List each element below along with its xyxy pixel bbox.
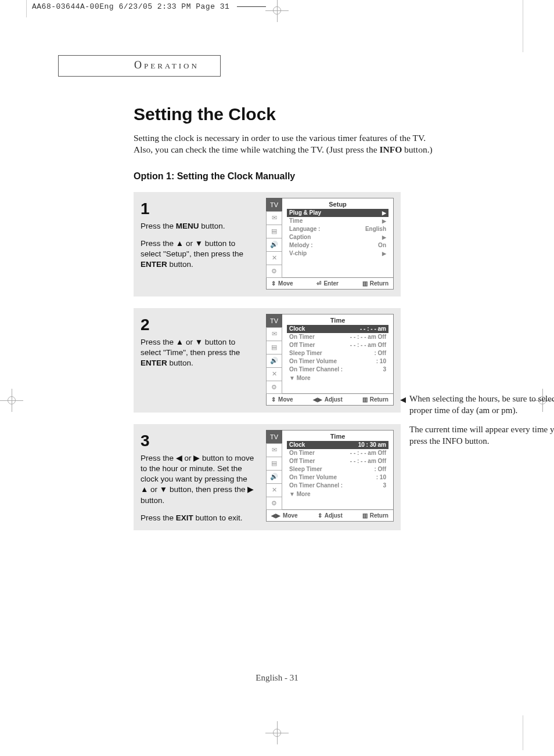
osd-row-clock: Clock10 : 30 am (287, 441, 388, 449)
return-icon: ▥ (362, 396, 368, 403)
print-job-text: AA68-03644A-00Eng 6/23/05 2:33 PM Page 3… (32, 2, 229, 11)
print-job-header: AA68-03644A-00Eng 6/23/05 2:33 PM Page 3… (32, 2, 268, 11)
osd-row-melody: Melody :On (287, 241, 388, 249)
osd-row-on-timer-volume: On Timer Volume: 10 (287, 473, 388, 482)
intro-line-2c: button.) (402, 144, 433, 154)
osd-tab-tv: TV (266, 430, 282, 443)
osd-tab-sound-icon: 🔊 (266, 470, 282, 483)
enter-icon: ⏎ (316, 280, 321, 287)
osd-tab-setup-icon: ⚙ (266, 265, 282, 278)
registration-mark-top (265, 0, 289, 22)
osd-row-plug-play: Plug & Play▶ (287, 209, 388, 217)
registration-mark-left (0, 389, 23, 412)
osd-tab-input-icon: ✉ (266, 443, 282, 457)
move-icon: ⇕ (271, 280, 276, 287)
osd-category-tabs: TV ✉ ▤ 🔊 ✕ ⚙ (266, 198, 282, 278)
osd-row-sleep-timer: Sleep Timer: Off (287, 349, 388, 357)
move-icon: ⇕ (271, 396, 276, 403)
osd-row-on-timer-channel: On Timer Channel :3 (287, 482, 388, 490)
step-block-1: 1 Press the MENU button. Press the ▲ or … (134, 192, 401, 296)
step-number: 3 (141, 430, 256, 452)
option-heading: Option 1: Setting the Clock Manually (134, 171, 523, 182)
osd-tab-setup-icon: ⚙ (266, 381, 282, 394)
osd-row-vchip: V-chip▶ (287, 249, 388, 258)
note-paragraph-2: The current time will appear every time … (409, 424, 554, 447)
osd-tab-input-icon: ✉ (266, 327, 282, 341)
step-1-text: 1 Press the MENU button. Press the ▲ or … (141, 198, 256, 270)
step-3-text: 3 Press the ◀ or ▶ button to move to the… (141, 430, 256, 523)
step-number: 1 (141, 198, 256, 220)
intro-line-2a: Also, you can check the time while watch… (134, 144, 379, 154)
osd-tab-channel-icon: ✕ (266, 367, 282, 381)
osd-tab-input-icon: ✉ (266, 211, 282, 225)
osd-row-sleep-timer: Sleep Timer: Off (287, 465, 388, 473)
section-label: Operation (134, 59, 199, 71)
page-title: Setting the Clock (134, 104, 523, 124)
osd-category-tabs: TV ✉ ▤ 🔊 ✕ ⚙ (266, 430, 282, 510)
osd-footer: ⇕Move ◀▶Adjust ▥Return (266, 394, 394, 406)
intro-line-1: Setting the clock is necessary in order … (134, 133, 426, 143)
osd-tab-picture-icon: ▤ (266, 457, 282, 470)
osd-screenshot-setup: TV ✉ ▤ 🔊 ✕ ⚙ Setup Plug & Play▶ Time▶ La… (266, 198, 394, 290)
osd-tab-tv: TV (266, 314, 282, 327)
page-footer: English - 31 (0, 673, 554, 683)
osd-title: Setup (282, 198, 393, 209)
osd-tab-tv: TV (266, 198, 282, 211)
osd-tab-picture-icon: ▤ (266, 341, 282, 354)
osd-tab-channel-icon: ✕ (266, 483, 282, 497)
osd-row-off-timer: Off Timer- - : - - am Off (287, 457, 388, 465)
intro-paragraph: Setting the clock is necessary in order … (134, 132, 459, 156)
return-icon: ▥ (362, 280, 368, 287)
crop-line (523, 715, 523, 750)
side-note: ◀ When selecting the hours, be sure to s… (409, 393, 554, 455)
triangle-left-icon: ◀ (400, 395, 406, 405)
osd-more: ▼ More (287, 490, 388, 498)
osd-row-on-timer-channel: On Timer Channel :3 (287, 366, 388, 374)
step-number: 2 (141, 314, 256, 336)
return-icon: ▥ (362, 512, 368, 519)
step-block-2: 2 Press the ▲ or ▼ button to select "Tim… (134, 308, 401, 413)
osd-row-clock: Clock- - : - - am (287, 325, 388, 333)
intro-info-bold: INFO (379, 144, 402, 154)
osd-row-on-timer-volume: On Timer Volume: 10 (287, 357, 388, 366)
adjust-icon: ⇕ (318, 512, 322, 519)
osd-tab-sound-icon: 🔊 (266, 354, 282, 367)
osd-title: Time (282, 431, 393, 441)
adjust-icon: ◀▶ (313, 396, 322, 403)
registration-mark-bottom (265, 721, 289, 744)
osd-category-tabs: TV ✉ ▤ 🔊 ✕ ⚙ (266, 314, 282, 394)
osd-list: Plug & Play▶ Time▶ Language :English Cap… (282, 209, 393, 261)
osd-row-time: Time▶ (287, 217, 388, 225)
crop-line (26, 0, 27, 17)
osd-row-caption: Caption▶ (287, 233, 388, 241)
osd-footer: ◀▶Move ⇕Adjust ▥Return (266, 510, 394, 522)
osd-list: Clock10 : 30 am On Timer- - : - - am Off… (282, 441, 393, 502)
osd-footer: ⇕Move ⏎Enter ▥Return (266, 278, 394, 290)
osd-tab-sound-icon: 🔊 (266, 238, 282, 251)
crop-line (523, 0, 523, 52)
move-icon: ◀▶ (271, 512, 280, 519)
osd-title: Time (282, 314, 393, 325)
osd-list: Clock- - : - - am On Timer- - : - - am O… (282, 325, 393, 386)
osd-row-on-timer: On Timer- - : - - am Off (287, 333, 388, 341)
osd-tab-picture-icon: ▤ (266, 225, 282, 238)
step-block-3: 3 Press the ◀ or ▶ button to move to the… (134, 424, 401, 530)
osd-screenshot-time-set: TV ✉ ▤ 🔊 ✕ ⚙ Time Clock10 : 30 am On Tim… (266, 430, 394, 522)
osd-row-off-timer: Off Timer- - : - - am Off (287, 341, 388, 349)
note-paragraph-1: When selecting the hours, be sure to sel… (409, 393, 554, 416)
osd-row-on-timer: On Timer- - : - - am Off (287, 449, 388, 457)
osd-row-language: Language :English (287, 225, 388, 233)
osd-screenshot-time: TV ✉ ▤ 🔊 ✕ ⚙ Time Clock- - : - - am On T… (266, 314, 394, 406)
section-label-box: Operation (58, 55, 221, 77)
osd-tab-channel-icon: ✕ (266, 251, 282, 265)
osd-more: ▼ More (287, 374, 388, 382)
step-2-text: 2 Press the ▲ or ▼ button to select "Tim… (141, 314, 256, 368)
osd-tab-setup-icon: ⚙ (266, 497, 282, 510)
